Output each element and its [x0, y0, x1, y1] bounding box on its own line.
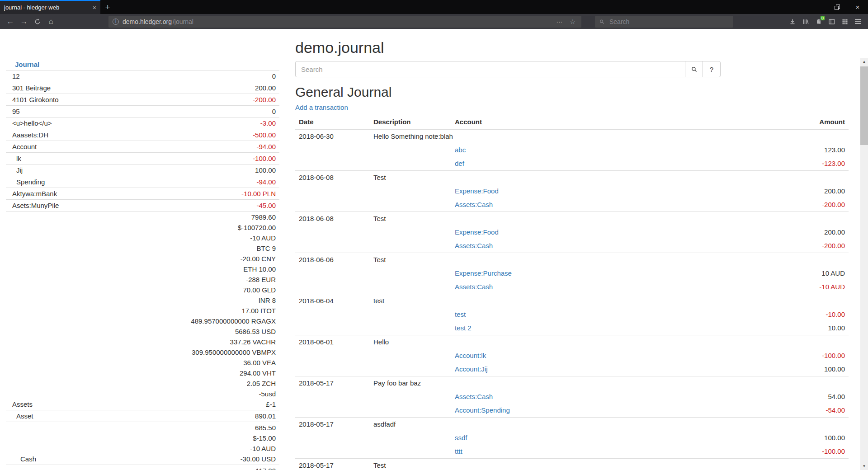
home-icon[interactable]: ⌂: [44, 15, 58, 28]
sidebar-account-link[interactable]: 95: [9, 106, 20, 117]
posting-account-link[interactable]: Assets:Cash: [455, 283, 493, 291]
sidebar-account-link[interactable]: lk: [9, 153, 21, 164]
account-balance: -100.00: [154, 153, 276, 164]
browser-titlebar: journal - hledger-web × + ×: [0, 0, 868, 14]
posting-description-cell: [370, 321, 451, 335]
account-balance: 337.26 VACHR: [154, 337, 276, 347]
sidebar-account-link[interactable]: Aaasets:DH: [9, 130, 48, 140]
reload-icon[interactable]: [31, 15, 44, 28]
posting-account-link[interactable]: Assets:Cash: [455, 393, 493, 400]
posting-account-link[interactable]: Assets:Cash: [455, 242, 493, 249]
browser-search-input[interactable]: [609, 18, 729, 26]
bookmark-star-icon[interactable]: ☆: [568, 18, 577, 25]
posting-date-cell: [295, 226, 370, 239]
posting-row: Assets:Cash54.00: [295, 390, 849, 404]
posting-account-link[interactable]: Expense:Food: [455, 228, 499, 236]
journal-search-form: ?: [295, 61, 721, 77]
url-bar[interactable]: i demo.hledger.org /journal ⋯ ☆: [108, 16, 581, 28]
grid-apps-icon[interactable]: [838, 15, 851, 28]
posting-account-cell: Assets:Cash: [451, 280, 740, 294]
window-minimize-button[interactable]: [806, 0, 826, 14]
posting-account-cell: ssdf: [451, 431, 740, 445]
sidebar-account-link[interactable]: Assets: [9, 399, 33, 409]
sidebar-account-link[interactable]: Account: [9, 141, 37, 152]
posting-account-link[interactable]: Account:lk: [455, 352, 486, 359]
sidebar-account-cell: [6, 465, 151, 470]
posting-account-link[interactable]: Account:Jij: [455, 365, 488, 373]
posting-description-cell: [370, 308, 451, 321]
account-balance: -45.00: [154, 200, 276, 211]
transaction-date: 2018-06-04: [295, 294, 370, 308]
posting-account-link[interactable]: test: [455, 310, 466, 318]
account-balance: 0: [154, 106, 276, 117]
page-actions-icon[interactable]: ⋯: [554, 18, 564, 25]
scrollbar-down-icon[interactable]: ▼: [860, 462, 868, 470]
tab-close-icon[interactable]: ×: [93, 5, 96, 11]
transaction-row: 2018-05-17asdfadf: [295, 418, 849, 432]
transaction-date: 2018-06-08: [295, 171, 370, 185]
browser-search-bar[interactable]: [595, 16, 733, 28]
sidebar-account-link[interactable]: Spending: [9, 177, 45, 187]
sidebar-toggle-icon[interactable]: [825, 15, 838, 28]
sidebar-balance-cell: 0: [151, 106, 279, 118]
sidebar-account-link[interactable]: Cash: [9, 454, 36, 464]
posting-account-link[interactable]: tttt: [455, 447, 462, 455]
window-restore-button[interactable]: [826, 0, 847, 14]
posting-account-link[interactable]: Expense:Food: [455, 187, 499, 195]
sidebar-account-link[interactable]: <u>hello</u>: [9, 118, 52, 128]
extension-ghost-icon[interactable]: 0: [812, 15, 825, 28]
journal-search-input[interactable]: [295, 61, 685, 77]
search-help-button[interactable]: ?: [703, 61, 721, 77]
url-domain: demo.hledger.org: [123, 18, 172, 25]
journal-search-button[interactable]: [685, 61, 703, 77]
window-close-button[interactable]: ×: [847, 0, 868, 14]
posting-account-cell: abc: [451, 143, 740, 157]
sidebar-account-link[interactable]: Asets:MunyPile: [9, 200, 59, 211]
library-icon[interactable]: [799, 15, 812, 28]
posting-account-link[interactable]: abc: [455, 146, 466, 154]
browser-tab[interactable]: journal - hledger-web ×: [0, 0, 100, 14]
posting-row: ssdf100.00: [295, 431, 849, 445]
sidebar-account-link[interactable]: Jij: [9, 165, 23, 175]
sidebar-account-link[interactable]: 4101 Girokonto: [9, 94, 59, 105]
journal-main: demo.journal ? General Journal Add a tra…: [295, 29, 849, 470]
back-icon[interactable]: ←: [4, 15, 17, 28]
posting-account-link[interactable]: ssdf: [455, 434, 467, 442]
sidebar-account-row: 120: [6, 70, 279, 82]
page-scrollbar[interactable]: ▲ ▼: [860, 58, 868, 470]
posting-account-link[interactable]: Expense:Purchase: [455, 269, 512, 277]
transaction-amount-cell: [740, 459, 849, 470]
sidebar-account-link[interactable]: Aktywa:mBank: [9, 188, 57, 199]
sidebar-account-cell: Asset: [6, 410, 151, 422]
account-balance: $-15.00: [154, 433, 276, 443]
new-tab-button[interactable]: +: [100, 0, 115, 14]
posting-account-link[interactable]: Assets:Cash: [455, 201, 493, 208]
posting-description-cell: [370, 362, 451, 376]
sidebar-account-row: Assets7989.60$-100720.00-10 AUDBTC 9-20.…: [6, 212, 279, 410]
download-icon[interactable]: [786, 15, 799, 28]
transaction-date: 2018-05-17: [295, 459, 370, 470]
posting-date-cell: [295, 198, 370, 212]
scrollbar-thumb[interactable]: [860, 66, 868, 145]
posting-account-link[interactable]: test 2: [455, 324, 472, 332]
sidebar-balance-cell: -500.00: [151, 129, 279, 141]
posting-account-link[interactable]: def: [455, 160, 464, 167]
account-balance: 294.00 VHT: [154, 368, 276, 378]
sidebar-balance-cell: -3.00: [151, 118, 279, 129]
sidebar-journal-link[interactable]: Journal: [9, 61, 39, 68]
site-info-icon[interactable]: i: [113, 19, 119, 25]
forward-icon[interactable]: →: [17, 15, 31, 28]
accounts-sidebar: Journal 120301 Beiträge200.004101 Giroko…: [6, 29, 279, 470]
posting-row: Expense:Food200.00: [295, 226, 849, 239]
sidebar-account-link[interactable]: 301 Beiträge: [9, 83, 51, 93]
add-transaction-link[interactable]: Add a transaction: [295, 103, 348, 111]
account-balance: 70.00 GLD: [154, 285, 276, 295]
sidebar-balance-cell: 200.00: [151, 82, 279, 94]
menu-hamburger-icon[interactable]: [851, 15, 864, 28]
scrollbar-up-icon[interactable]: ▲: [860, 58, 868, 66]
transaction-account-cell: [451, 418, 740, 432]
posting-account-link[interactable]: Account:Spending: [455, 406, 510, 414]
sidebar-account-link[interactable]: 12: [9, 71, 20, 81]
sidebar-account-link[interactable]: Asset: [9, 411, 33, 421]
sidebar-account-cell: lk: [6, 153, 151, 164]
